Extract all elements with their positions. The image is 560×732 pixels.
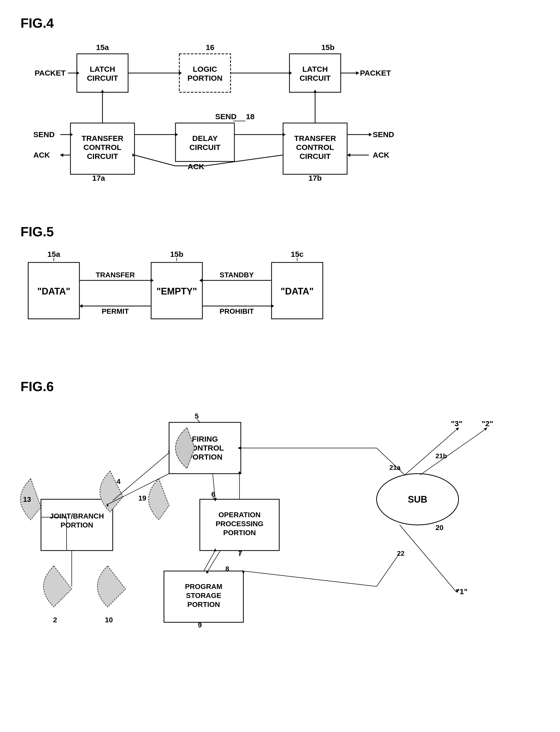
- latch-b-to-packet-arrowhead: [356, 71, 359, 75]
- fig4-17a-label: 17a: [92, 174, 105, 182]
- latch-a-text1: LATCH: [90, 65, 115, 73]
- prohibit-label: PROHIBIT: [220, 307, 254, 315]
- fig6-8-label: 8: [225, 565, 229, 573]
- operation-text3: PORTION: [223, 529, 256, 537]
- ack-middle-line: [134, 155, 175, 166]
- fig5-section: FIG.5 15a 15b 15c "DATA" "EMPTY" "DATA" …: [20, 224, 540, 358]
- fig5-15a-label: 15a: [47, 250, 60, 258]
- logic-text1: LOGIC: [193, 65, 217, 73]
- ack-out-label: ACK: [373, 151, 389, 159]
- tcc-a-text1: TRANSFER: [81, 134, 123, 142]
- operation-text1: OPERATION: [219, 511, 261, 519]
- fig5-diagram: 15a 15b 15c "DATA" "EMPTY" "DATA" TRANSF…: [20, 247, 405, 357]
- fig6-4-label: 4: [117, 478, 121, 486]
- packet-in-label: PACKET: [35, 69, 66, 77]
- fig6-q2-label: "2": [482, 419, 493, 428]
- fig4-17b-label: 17b: [308, 174, 322, 182]
- send-out-label: SEND: [373, 130, 394, 139]
- fig5-15b-label: 15b: [170, 250, 183, 258]
- standby-label: STANDBY: [220, 271, 254, 279]
- delay-text1: DELAY: [192, 134, 218, 142]
- empty-text: "EMPTY": [157, 286, 197, 296]
- fig6-21b-label: 21b: [435, 452, 447, 460]
- latch-b-text2: CIRCUIT: [299, 74, 331, 82]
- ack-in-label: ACK: [33, 151, 50, 159]
- ack-middle-label: ACK: [188, 162, 204, 171]
- fig6-2-bottom-label: 2: [53, 616, 57, 624]
- firing-control-text1: FIRING: [192, 435, 218, 443]
- permit-label: PERMIT: [102, 307, 129, 315]
- fan-left-bottom: [44, 566, 72, 607]
- program-text1: PROGRAM: [185, 583, 222, 591]
- fig6-9-label: 9: [198, 621, 202, 629]
- data-c-text: "DATA": [281, 286, 314, 296]
- fig5-15c-label: 15c: [291, 250, 304, 258]
- tccb-ack-arrowhead: [347, 153, 350, 157]
- program-text3: PORTION: [187, 601, 220, 609]
- fig6-21a-label: 21a: [389, 464, 401, 471]
- fig5-label: FIG.5: [20, 224, 540, 239]
- fig4-15b-label: 15b: [321, 43, 335, 51]
- fan-right: [149, 479, 169, 520]
- fig6-diagram: FIRING CONTROL PORTION 5 OPERATION PROCE…: [20, 402, 533, 671]
- fig6-q3-label: "3": [451, 419, 462, 428]
- fig6-5-label: 5: [195, 412, 199, 420]
- fig4-label: FIG.4: [20, 15, 540, 31]
- tcc-b-text3: CIRCUIT: [299, 152, 331, 160]
- fig6-19-label: 19: [138, 494, 146, 502]
- fig6-7-label: 7: [238, 549, 242, 557]
- fig4-diagram: 15a 16 15b LATCH CIRCUIT LOGIC PORTION L…: [20, 38, 456, 202]
- fig6-13-label: 13: [23, 496, 31, 503]
- tcc-a-text2: CONTROL: [84, 143, 121, 151]
- logic-text2: PORTION: [188, 74, 223, 82]
- permit-arrowhead: [79, 304, 82, 308]
- fig4-18-label: SEND: [215, 112, 236, 121]
- fig6-10-label: 10: [105, 616, 113, 624]
- data-a-text: "DATA": [37, 286, 70, 296]
- sub-text: SUB: [408, 494, 427, 505]
- operation-text2: PROCESSING: [216, 520, 264, 528]
- send-in-label: SEND: [33, 130, 55, 139]
- joint-branch-text1: JOINT/BRANCH: [50, 512, 104, 520]
- joint-branch-text2: PORTION: [60, 521, 93, 529]
- fig4-section: FIG.4 15a 16 15b LATCH CIRCUIT LOGIC POR…: [20, 15, 540, 203]
- transfer-label: TRANSFER: [96, 271, 135, 279]
- packet-out-label: PACKET: [360, 69, 391, 77]
- fig4-15a-label: 15a: [96, 43, 109, 51]
- page: FIG.4 15a 16 15b LATCH CIRCUIT LOGIC POR…: [0, 0, 560, 732]
- fig6-22-label: 22: [397, 550, 405, 557]
- tcc-a-text3: CIRCUIT: [87, 152, 118, 160]
- q1-to-prog-line2: [377, 553, 400, 586]
- tcc-b-text2: CONTROL: [296, 143, 334, 151]
- fig6-section: FIG.6 FIRING CONTROL PORTION 5 OPERATION…: [20, 379, 540, 672]
- tccb-send-arrowhead: [369, 133, 372, 136]
- fig6-20-label: 20: [435, 524, 443, 532]
- fig4-18-num: 18: [246, 112, 254, 121]
- firing-control-text3: PORTION: [188, 453, 223, 461]
- fan-middle-bottom: [97, 566, 126, 607]
- ack-in-arrowhead: [60, 153, 63, 157]
- sub-to-3-line: [405, 430, 456, 475]
- program-text2: STORAGE: [186, 592, 221, 600]
- q1-to-prog-line: [243, 571, 377, 586]
- sub-to-2-line: [420, 430, 484, 475]
- fig6-label: FIG.6: [20, 379, 540, 394]
- fig4-16-label: 16: [206, 43, 214, 51]
- delay-text2: CIRCUIT: [189, 143, 221, 151]
- sub-to-1-line: [400, 525, 456, 592]
- tcc-b-text1: TRANSFER: [294, 134, 336, 142]
- latch-b-text1: LATCH: [302, 65, 328, 73]
- latch-a-text2: CIRCUIT: [87, 74, 118, 82]
